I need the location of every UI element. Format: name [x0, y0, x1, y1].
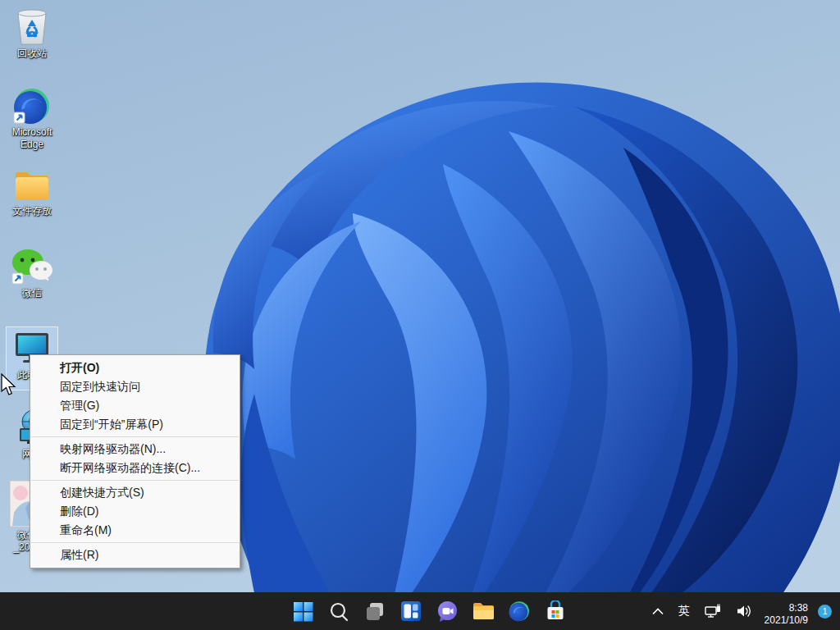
chat-button[interactable]	[429, 595, 465, 628]
menu-item-pin-to-start[interactable]: 固定到“开始”屏幕(P)	[30, 415, 240, 434]
menu-item-rename[interactable]: 重命名(M)	[30, 521, 240, 540]
search-button[interactable]	[321, 595, 357, 628]
volume-tray-button[interactable]	[730, 596, 758, 626]
taskbar-tray: 英 8:38 2021/10/9	[646, 592, 840, 630]
menu-separator	[31, 480, 239, 481]
menu-item-disconnect-network-drive[interactable]: 断开网络驱动器的连接(C)...	[30, 459, 240, 477]
menu-item-pin-quick-access[interactable]: 固定到快速访问	[30, 377, 240, 396]
icon-label: Microsoft Edge	[1, 126, 63, 151]
folder-icon	[13, 169, 51, 203]
desktop-icon-wechat[interactable]: 微信	[1, 248, 63, 299]
menu-item-delete[interactable]: 删除(D)	[30, 502, 240, 521]
menu-item-map-network-drive[interactable]: 映射网络驱动器(N)...	[30, 440, 240, 459]
menu-separator	[31, 542, 239, 543]
tray-time: 8:38	[765, 602, 808, 614]
file-explorer-icon	[472, 601, 495, 621]
ethernet-network-icon	[705, 604, 721, 619]
menu-item-open[interactable]: 打开(O)	[30, 358, 240, 377]
edge-icon	[509, 600, 530, 622]
desktop-icon-edge[interactable]: Microsoft Edge	[1, 87, 63, 151]
widgets-button[interactable]	[393, 595, 429, 628]
widgets-icon	[400, 600, 422, 622]
edge-icon	[13, 87, 51, 125]
chevron-up-icon	[652, 608, 664, 615]
menu-separator	[31, 436, 239, 437]
desktop-icon-files-folder[interactable]: 文件存放	[1, 169, 63, 217]
context-menu: 打开(O) 固定到快速访问 管理(G) 固定到“开始”屏幕(P) 映射网络驱动器…	[30, 354, 240, 568]
show-hidden-icons-button[interactable]	[646, 596, 669, 626]
menu-item-create-shortcut[interactable]: 创建快捷方式(S)	[30, 483, 240, 502]
chat-icon	[436, 600, 459, 623]
speaker-icon	[736, 604, 752, 619]
network-tray-button[interactable]	[699, 596, 727, 626]
store-icon	[545, 600, 566, 622]
notification-badge[interactable]: 1	[818, 605, 832, 619]
taskbar: 英 8:38 2021/10/9	[0, 592, 840, 630]
search-icon	[329, 601, 349, 622]
wechat-icon	[11, 248, 52, 285]
icon-label: 微信	[1, 287, 63, 299]
taskbar-center-icons	[285, 592, 573, 630]
desktop-icon-recycle-bin[interactable]: 回收站	[1, 7, 63, 60]
start-button[interactable]	[285, 595, 321, 628]
mouse-cursor	[0, 373, 16, 398]
icon-label: 文件存放	[1, 205, 63, 217]
file-explorer-button[interactable]	[465, 595, 501, 628]
store-button[interactable]	[537, 595, 573, 628]
task-view-icon	[364, 600, 386, 622]
menu-item-properties[interactable]: 属性(R)	[30, 546, 240, 564]
menu-item-manage[interactable]: 管理(G)	[30, 396, 240, 415]
icon-label: 回收站	[1, 48, 63, 60]
task-view-button[interactable]	[357, 595, 393, 628]
clock[interactable]: 8:38 2021/10/9	[761, 596, 811, 626]
ime-language-indicator[interactable]: 英	[673, 596, 696, 626]
desktop: 回收站 Microsoft Edge 文件存放	[0, 0, 840, 630]
start-icon	[293, 601, 313, 622]
edge-taskbar-button[interactable]	[501, 595, 537, 628]
tray-date: 2021/10/9	[765, 614, 808, 627]
recycle-bin-icon	[13, 7, 51, 46]
